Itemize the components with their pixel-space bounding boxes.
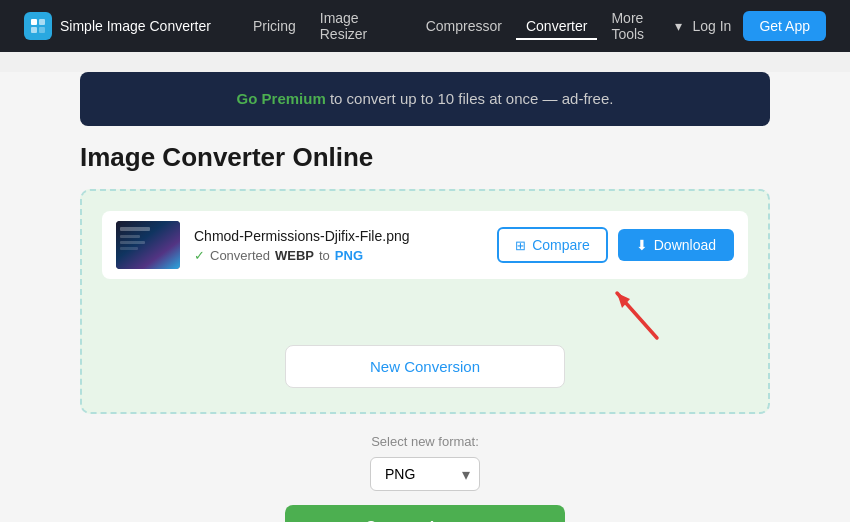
brand-name: Simple Image Converter <box>60 18 211 34</box>
format-label: Select new format: <box>80 434 770 449</box>
brand-icon <box>24 12 52 40</box>
nav-link-compressor[interactable]: Compressor <box>416 12 512 40</box>
format-section: Select new format: PNG JPG WEBP GIF BMP … <box>80 434 770 522</box>
download-icon: ⬇ <box>636 237 648 253</box>
nav-link-pricing[interactable]: Pricing <box>243 12 306 40</box>
to-label: to <box>319 248 330 263</box>
to-format: PNG <box>335 248 363 263</box>
get-app-button[interactable]: Get App <box>743 11 826 41</box>
banner-text: Go Premium to convert up to 10 files at … <box>237 90 614 107</box>
nav-links: Pricing Image Resizer Compressor Convert… <box>243 4 693 48</box>
svg-rect-5 <box>120 227 150 231</box>
login-link[interactable]: Log In <box>692 18 731 34</box>
new-conversion-button[interactable]: New Conversion <box>285 345 565 388</box>
format-select[interactable]: PNG JPG WEBP GIF BMP TIFF ICO SVG <box>370 457 480 491</box>
file-actions: ⊞ Compare ⬇ Download <box>497 227 734 263</box>
nav-link-converter[interactable]: Converter <box>516 12 597 40</box>
promo-banner: Go Premium to convert up to 10 files at … <box>80 72 770 126</box>
format-select-row: PNG JPG WEBP GIF BMP TIFF ICO SVG <box>80 457 770 491</box>
svg-rect-3 <box>39 27 45 33</box>
svg-rect-1 <box>39 19 45 25</box>
compare-icon: ⊞ <box>515 238 526 253</box>
file-status: ✓ Converted WEBP to PNG <box>194 248 483 263</box>
red-arrow <box>602 283 692 343</box>
svg-rect-6 <box>120 235 140 238</box>
new-conversion-row: New Conversion <box>102 345 748 388</box>
check-icon: ✓ <box>194 248 205 263</box>
file-thumbnail <box>116 221 180 269</box>
svg-rect-2 <box>31 27 37 33</box>
svg-rect-7 <box>120 241 145 244</box>
svg-rect-8 <box>120 247 138 250</box>
svg-rect-0 <box>31 19 37 25</box>
brand[interactable]: Simple Image Converter <box>24 12 211 40</box>
format-select-wrapper: PNG JPG WEBP GIF BMP TIFF ICO SVG <box>370 457 480 491</box>
main-content: Go Premium to convert up to 10 files at … <box>0 72 850 522</box>
chevron-down-icon: ▾ <box>675 18 682 34</box>
file-info: Chmod-Permissions-Djifix-File.png ✓ Conv… <box>194 228 483 263</box>
download-button[interactable]: ⬇ Download <box>618 229 734 261</box>
convert-button[interactable]: Convert Images <box>285 505 565 522</box>
nav-link-more-tools[interactable]: More Tools ▾ <box>601 4 692 48</box>
compare-button[interactable]: ⊞ Compare <box>497 227 608 263</box>
premium-link[interactable]: Go Premium <box>237 90 326 107</box>
converter-box: Chmod-Permissions-Djifix-File.png ✓ Conv… <box>80 189 770 414</box>
page-title: Image Converter Online <box>80 142 770 173</box>
navbar: Simple Image Converter Pricing Image Res… <box>0 0 850 52</box>
nav-link-image-resizer[interactable]: Image Resizer <box>310 4 412 48</box>
nav-right: Log In Get App <box>692 11 826 41</box>
file-name: Chmod-Permissions-Djifix-File.png <box>194 228 483 244</box>
from-format: WEBP <box>275 248 314 263</box>
file-row: Chmod-Permissions-Djifix-File.png ✓ Conv… <box>102 211 748 279</box>
